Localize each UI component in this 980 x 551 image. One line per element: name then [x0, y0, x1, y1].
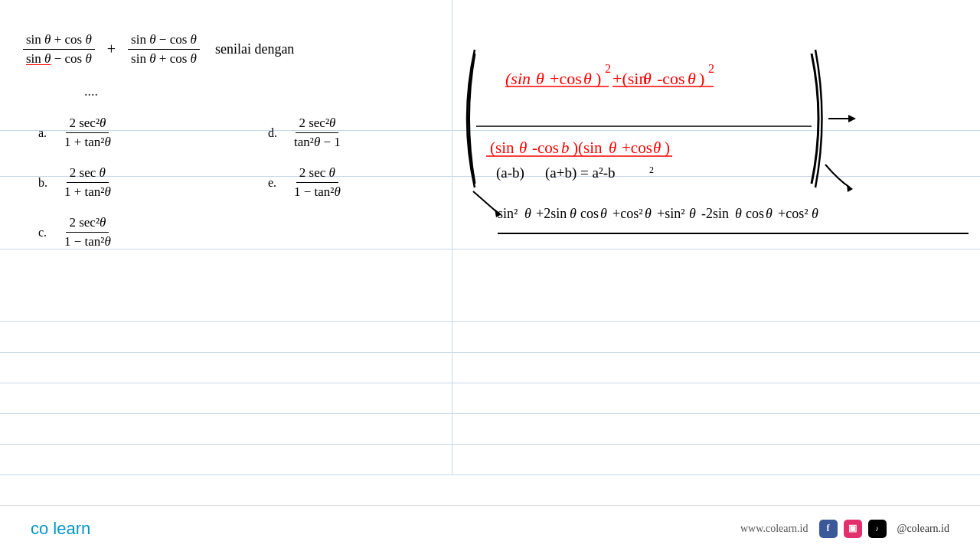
svg-text:θ: θ — [812, 206, 818, 221]
svg-text:(sin: (sin — [490, 139, 514, 157]
fraction-left: sin θ + cos θ sin θ − cos θ — [23, 31, 95, 68]
svg-text:-cos: -cos — [657, 69, 685, 88]
svg-text:θ: θ — [609, 139, 616, 157]
option-d: d. 2 sec²θ tan²θ − 1 — [268, 112, 452, 154]
option-d-denominator: tan²θ − 1 — [291, 133, 344, 152]
svg-text:(sin: (sin — [505, 69, 531, 88]
senilai-text: senilai dengan — [215, 41, 294, 57]
option-d-fraction: 2 sec²θ tan²θ − 1 — [291, 114, 344, 152]
svg-text:θ: θ — [536, 69, 544, 88]
svg-text:)(sin: )(sin — [573, 139, 603, 157]
svg-text:(a-b): (a-b) — [496, 165, 524, 181]
svg-text:θ: θ — [689, 206, 696, 221]
option-e-denominator: 1 − tan²θ — [291, 183, 344, 201]
margin-line — [452, 0, 452, 474]
fraction-right-denominator: sin θ + cos θ — [128, 50, 200, 68]
option-d-numerator: 2 sec²θ — [296, 114, 338, 133]
svg-text:θ: θ — [653, 139, 661, 157]
option-b-fraction: 2 sec θ 1 + tan²θ — [61, 164, 114, 201]
ruled-line — [0, 413, 980, 414]
svg-text:θ: θ — [519, 139, 527, 157]
tiktok-icon: ♪ — [868, 520, 887, 538]
main-expression: sin θ + cos θ sin θ − cos θ + sin θ − co… — [23, 31, 452, 68]
svg-text:θ: θ — [643, 69, 652, 88]
social-icons: f ▣ ♪ — [819, 520, 887, 538]
ruled-line — [0, 352, 980, 353]
svg-text:+2sin: +2sin — [536, 206, 567, 221]
svg-text:2: 2 — [605, 62, 611, 75]
svg-text:): ) — [665, 139, 670, 157]
option-c-denominator: 1 − tan²θ — [61, 233, 114, 251]
option-c-numerator: 2 sec²θ — [66, 214, 109, 233]
svg-text:+cos²: +cos² — [612, 206, 643, 221]
option-a-label: a. — [38, 126, 54, 140]
svg-text:θ: θ — [688, 69, 696, 88]
svg-text:θ: θ — [524, 206, 531, 221]
svg-text:+cos: +cos — [622, 139, 652, 157]
option-b-denominator: 1 + tan²θ — [61, 183, 114, 201]
facebook-icon: f — [819, 520, 838, 538]
option-d-label: d. — [268, 126, 283, 140]
svg-text:cos: cos — [746, 206, 764, 221]
footer-right: www.colearn.id f ▣ ♪ @colearn.id — [740, 520, 949, 538]
option-e-fraction: 2 sec θ 1 − tan²θ — [291, 164, 344, 201]
option-b: b. 2 sec θ 1 + tan²θ — [38, 161, 222, 204]
option-b-label: b. — [38, 176, 54, 190]
ruled-line — [0, 444, 980, 445]
option-a: a. 2 sec²θ 1 + tan²θ — [38, 112, 222, 154]
fraction-right: sin θ − cos θ sin θ + cos θ — [128, 31, 200, 68]
option-c-fraction: 2 sec²θ 1 − tan²θ — [61, 214, 114, 251]
plus-operator: + — [107, 41, 116, 58]
social-handle: @colearn.id — [897, 523, 949, 535]
ruled-line — [0, 321, 980, 322]
svg-text:): ) — [699, 69, 704, 88]
fraction-right-numerator: sin θ − cos θ — [128, 31, 200, 50]
option-e-label: e. — [268, 176, 283, 190]
instagram-icon: ▣ — [844, 520, 862, 538]
option-e-numerator: 2 sec θ — [296, 164, 338, 183]
option-a-fraction: 2 sec²θ 1 + tan²θ — [61, 114, 114, 152]
question-area: sin θ + cos θ sin θ − cos θ + sin θ − co… — [23, 31, 452, 253]
option-c-label: c. — [38, 226, 54, 240]
option-a-numerator: 2 sec²θ — [66, 114, 109, 133]
svg-text:θ: θ — [570, 206, 577, 221]
option-c: c. 2 sec²θ 1 − tan²θ — [38, 211, 222, 253]
brand-logo: co learn — [31, 519, 90, 539]
svg-marker-2 — [495, 209, 501, 217]
svg-text:+sin²: +sin² — [657, 206, 685, 221]
svg-text:θ: θ — [735, 206, 742, 221]
option-a-denominator: 1 + tan²θ — [61, 133, 114, 152]
svg-text:sin²: sin² — [498, 206, 518, 221]
brand-co: co learn — [31, 519, 90, 538]
footer-website: www.colearn.id — [740, 523, 808, 535]
svg-text:θ: θ — [766, 206, 773, 221]
options-grid: a. 2 sec²θ 1 + tan²θ d. 2 sec²θ tan²θ − … — [38, 112, 452, 253]
option-b-numerator: 2 sec θ — [67, 164, 109, 183]
svg-text:+(sin: +(sin — [612, 69, 647, 88]
fraction-left-numerator: sin θ + cos θ — [23, 31, 95, 50]
svg-text:+cos: +cos — [550, 69, 582, 88]
ruled-line — [0, 474, 980, 475]
svg-text:-2sin: -2sin — [701, 206, 729, 221]
svg-text:cos: cos — [580, 206, 599, 221]
svg-text:b: b — [561, 139, 570, 157]
option-e: e. 2 sec θ 1 − tan²θ — [268, 161, 452, 204]
ruled-line — [0, 383, 980, 383]
svg-text:θ: θ — [645, 206, 652, 221]
svg-marker-31 — [847, 184, 853, 192]
svg-text:): ) — [596, 69, 601, 88]
footer: co learn www.colearn.id f ▣ ♪ @colearn.i… — [0, 505, 980, 551]
svg-marker-1 — [848, 115, 856, 122]
svg-text:2: 2 — [708, 62, 714, 75]
svg-text:θ: θ — [583, 69, 592, 88]
svg-text:(a+b) = a²-b: (a+b) = a²-b — [545, 165, 615, 181]
svg-text:+cos²: +cos² — [778, 206, 808, 221]
svg-text:θ: θ — [600, 206, 607, 221]
dots-row: .... — [84, 83, 452, 99]
fraction-left-denominator: sin θ − cos θ — [23, 50, 95, 68]
svg-text:-cos: -cos — [532, 139, 559, 157]
svg-text:2: 2 — [649, 165, 654, 175]
